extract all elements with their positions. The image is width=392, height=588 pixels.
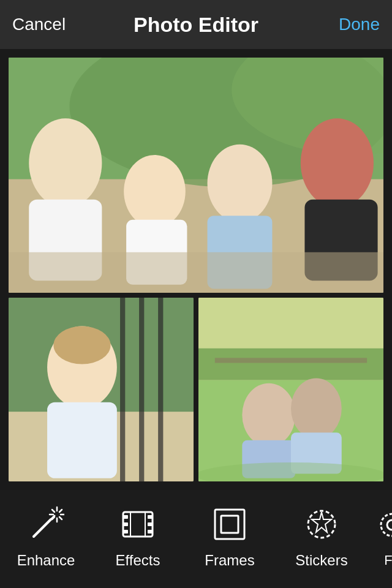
svg-rect-54 — [215, 510, 244, 539]
enhance-label: Enhance — [17, 552, 75, 569]
done-button[interactable]: Done — [339, 9, 380, 40]
svg-rect-51 — [148, 530, 153, 533]
effects-icon — [116, 503, 159, 546]
svg-rect-47 — [123, 522, 128, 526]
svg-rect-20 — [139, 298, 144, 481]
svg-rect-50 — [148, 522, 153, 526]
toolbar: Enhance — [0, 490, 392, 588]
header: Cancel Photo Editor Done — [0, 0, 392, 49]
svg-line-41 — [52, 510, 55, 512]
toolbar-scroll: Enhance — [0, 490, 392, 588]
focus-label: Fo — [384, 552, 392, 568]
svg-rect-29 — [215, 358, 367, 363]
svg-rect-28 — [198, 349, 383, 380]
svg-rect-15 — [9, 252, 383, 293]
frames-icon — [208, 503, 251, 546]
family-photo-top — [9, 58, 383, 293]
toolbar-item-effects[interactable]: Effects — [92, 493, 184, 585]
svg-line-35 — [34, 519, 51, 537]
svg-line-42 — [59, 517, 62, 519]
svg-rect-48 — [123, 530, 128, 533]
svg-rect-49 — [148, 515, 153, 519]
toolbar-item-enhance[interactable]: Enhance — [0, 493, 92, 585]
svg-point-13 — [301, 118, 374, 208]
svg-point-9 — [124, 155, 186, 228]
top-photo[interactable] — [9, 58, 383, 293]
bottom-right-photo[interactable] — [198, 298, 383, 481]
svg-point-32 — [291, 378, 342, 439]
boy-photo-svg — [9, 298, 194, 481]
cancel-button[interactable]: Cancel — [12, 9, 66, 40]
effects-label: Effects — [116, 552, 160, 569]
top-photo-svg — [9, 58, 383, 293]
svg-rect-21 — [158, 298, 163, 481]
svg-rect-23 — [47, 402, 117, 478]
svg-rect-46 — [123, 515, 128, 519]
stickers-label: Stickers — [295, 552, 347, 569]
svg-point-11 — [208, 145, 273, 222]
svg-rect-19 — [120, 298, 125, 481]
svg-point-24 — [53, 326, 110, 364]
focus-icon — [371, 503, 392, 546]
toolbar-item-stickers[interactable]: Stickers — [276, 493, 368, 585]
photo-grid — [0, 49, 392, 490]
svg-rect-55 — [221, 516, 238, 533]
bottom-left-photo[interactable] — [9, 298, 194, 481]
bottom-photos — [9, 298, 383, 481]
svg-point-7 — [29, 118, 102, 208]
page-title: Photo Editor — [134, 13, 258, 37]
siblings-photo-svg — [198, 298, 383, 481]
svg-point-30 — [242, 383, 295, 447]
svg-point-59 — [387, 520, 392, 530]
svg-line-43 — [59, 510, 62, 512]
stickers-icon — [300, 503, 343, 546]
svg-point-56 — [308, 511, 335, 538]
svg-marker-57 — [312, 512, 331, 532]
frames-label: Frames — [205, 552, 254, 569]
toolbar-item-frames[interactable]: Frames — [184, 493, 276, 585]
toolbar-item-focus[interactable]: Fo — [368, 493, 392, 585]
enhance-icon — [24, 503, 67, 546]
